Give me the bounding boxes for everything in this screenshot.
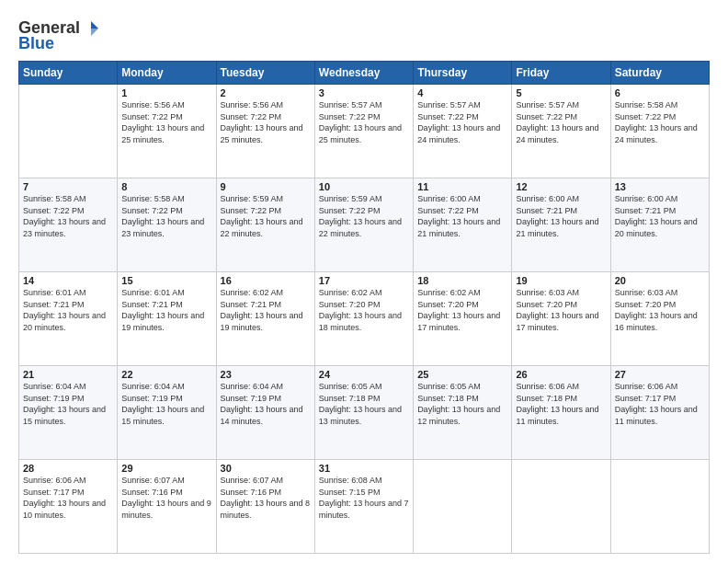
day-info: Sunrise: 5:57 AMSunset: 7:22 PMDaylight:… <box>516 99 606 145</box>
day-number: 28 <box>23 463 113 474</box>
day-info: Sunrise: 5:56 AMSunset: 7:22 PMDaylight:… <box>121 99 211 145</box>
day-cell-22: 22Sunrise: 6:04 AMSunset: 7:19 PMDayligh… <box>118 366 216 460</box>
week-row-5: 28Sunrise: 6:06 AMSunset: 7:17 PMDayligh… <box>19 460 710 554</box>
weekday-header-monday: Monday <box>118 62 216 85</box>
empty-cell <box>610 460 709 554</box>
day-info: Sunrise: 6:00 AMSunset: 7:21 PMDaylight:… <box>615 193 705 239</box>
day-info: Sunrise: 5:59 AMSunset: 7:22 PMDaylight:… <box>221 193 311 239</box>
day-number: 18 <box>417 275 507 286</box>
day-number: 27 <box>615 369 705 380</box>
day-info: Sunrise: 6:06 AMSunset: 7:17 PMDaylight:… <box>615 381 705 427</box>
day-cell-3: 3Sunrise: 5:57 AMSunset: 7:22 PMDaylight… <box>314 85 413 178</box>
day-number: 5 <box>516 87 606 98</box>
day-cell-28: 28Sunrise: 6:06 AMSunset: 7:17 PMDayligh… <box>19 460 118 554</box>
day-cell-15: 15Sunrise: 6:01 AMSunset: 7:21 PMDayligh… <box>118 272 216 366</box>
day-number: 19 <box>516 275 606 286</box>
day-cell-31: 31Sunrise: 6:08 AMSunset: 7:15 PMDayligh… <box>314 460 413 554</box>
day-info: Sunrise: 5:57 AMSunset: 7:22 PMDaylight:… <box>417 99 507 145</box>
week-row-2: 7Sunrise: 5:58 AMSunset: 7:22 PMDaylight… <box>19 178 710 272</box>
day-cell-6: 6Sunrise: 5:58 AMSunset: 7:22 PMDaylight… <box>610 85 709 178</box>
day-number: 13 <box>615 181 705 192</box>
day-cell-11: 11Sunrise: 6:00 AMSunset: 7:22 PMDayligh… <box>414 178 512 272</box>
day-info: Sunrise: 6:04 AMSunset: 7:19 PMDaylight:… <box>121 381 211 427</box>
day-number: 20 <box>615 275 705 286</box>
week-row-4: 21Sunrise: 6:04 AMSunset: 7:19 PMDayligh… <box>19 366 710 460</box>
day-info: Sunrise: 5:59 AMSunset: 7:22 PMDaylight:… <box>319 193 409 239</box>
day-cell-5: 5Sunrise: 5:57 AMSunset: 7:22 PMDaylight… <box>512 85 610 178</box>
day-number: 15 <box>121 275 211 286</box>
day-info: Sunrise: 5:57 AMSunset: 7:22 PMDaylight:… <box>319 99 409 145</box>
day-cell-23: 23Sunrise: 6:04 AMSunset: 7:19 PMDayligh… <box>216 366 314 460</box>
day-info: Sunrise: 6:01 AMSunset: 7:21 PMDaylight:… <box>23 287 113 333</box>
day-cell-7: 7Sunrise: 5:58 AMSunset: 7:22 PMDaylight… <box>19 178 118 272</box>
day-number: 4 <box>417 87 507 98</box>
day-cell-25: 25Sunrise: 6:05 AMSunset: 7:18 PMDayligh… <box>414 366 512 460</box>
week-row-3: 14Sunrise: 6:01 AMSunset: 7:21 PMDayligh… <box>19 272 710 366</box>
day-info: Sunrise: 6:02 AMSunset: 7:20 PMDaylight:… <box>319 287 409 333</box>
weekday-header-row: SundayMondayTuesdayWednesdayThursdayFrid… <box>19 62 710 85</box>
day-number: 12 <box>516 181 606 192</box>
day-cell-21: 21Sunrise: 6:04 AMSunset: 7:19 PMDayligh… <box>19 366 118 460</box>
weekday-header-sunday: Sunday <box>19 62 118 85</box>
day-number: 6 <box>615 87 705 98</box>
day-info: Sunrise: 6:02 AMSunset: 7:21 PMDaylight:… <box>221 287 311 333</box>
day-cell-16: 16Sunrise: 6:02 AMSunset: 7:21 PMDayligh… <box>216 272 314 366</box>
calendar-table: SundayMondayTuesdayWednesdayThursdayFrid… <box>18 61 710 554</box>
logo: General Blue <box>18 18 100 53</box>
day-info: Sunrise: 6:05 AMSunset: 7:18 PMDaylight:… <box>417 381 507 427</box>
day-info: Sunrise: 6:01 AMSunset: 7:21 PMDaylight:… <box>121 287 211 333</box>
day-cell-29: 29Sunrise: 6:07 AMSunset: 7:16 PMDayligh… <box>118 460 216 554</box>
day-number: 14 <box>23 275 113 286</box>
day-info: Sunrise: 6:03 AMSunset: 7:20 PMDaylight:… <box>615 287 705 333</box>
day-number: 25 <box>417 369 507 380</box>
day-info: Sunrise: 6:02 AMSunset: 7:20 PMDaylight:… <box>417 287 507 333</box>
day-cell-2: 2Sunrise: 5:56 AMSunset: 7:22 PMDaylight… <box>216 85 314 178</box>
day-cell-30: 30Sunrise: 6:07 AMSunset: 7:16 PMDayligh… <box>216 460 314 554</box>
day-info: Sunrise: 6:04 AMSunset: 7:19 PMDaylight:… <box>23 381 113 427</box>
day-info: Sunrise: 6:06 AMSunset: 7:18 PMDaylight:… <box>516 381 606 427</box>
day-cell-17: 17Sunrise: 6:02 AMSunset: 7:20 PMDayligh… <box>314 272 413 366</box>
day-number: 24 <box>319 369 409 380</box>
day-number: 1 <box>121 87 211 98</box>
day-number: 26 <box>516 369 606 380</box>
logo-blue-text: Blue <box>18 34 54 53</box>
empty-cell <box>512 460 610 554</box>
calendar-page: General Blue SundayMondayTuesdayWednesda… <box>0 0 728 563</box>
day-cell-18: 18Sunrise: 6:02 AMSunset: 7:20 PMDayligh… <box>414 272 512 366</box>
logo-flag-icon <box>82 19 100 38</box>
day-info: Sunrise: 6:05 AMSunset: 7:18 PMDaylight:… <box>319 381 409 427</box>
day-info: Sunrise: 5:56 AMSunset: 7:22 PMDaylight:… <box>221 99 311 145</box>
svg-marker-1 <box>91 29 98 36</box>
day-number: 2 <box>221 87 311 98</box>
day-cell-19: 19Sunrise: 6:03 AMSunset: 7:20 PMDayligh… <box>512 272 610 366</box>
weekday-header-saturday: Saturday <box>610 62 709 85</box>
day-info: Sunrise: 5:58 AMSunset: 7:22 PMDaylight:… <box>121 193 211 239</box>
day-cell-20: 20Sunrise: 6:03 AMSunset: 7:20 PMDayligh… <box>610 272 709 366</box>
day-info: Sunrise: 6:07 AMSunset: 7:16 PMDaylight:… <box>221 475 311 521</box>
day-cell-13: 13Sunrise: 6:00 AMSunset: 7:21 PMDayligh… <box>610 178 709 272</box>
day-info: Sunrise: 5:58 AMSunset: 7:22 PMDaylight:… <box>615 99 705 145</box>
day-number: 7 <box>23 181 113 192</box>
day-info: Sunrise: 6:08 AMSunset: 7:15 PMDaylight:… <box>319 475 409 521</box>
day-number: 3 <box>319 87 409 98</box>
weekday-header-wednesday: Wednesday <box>314 62 413 85</box>
day-cell-27: 27Sunrise: 6:06 AMSunset: 7:17 PMDayligh… <box>610 366 709 460</box>
day-cell-26: 26Sunrise: 6:06 AMSunset: 7:18 PMDayligh… <box>512 366 610 460</box>
weekday-header-friday: Friday <box>512 62 610 85</box>
weekday-header-thursday: Thursday <box>414 62 512 85</box>
day-number: 8 <box>121 181 211 192</box>
day-info: Sunrise: 6:07 AMSunset: 7:16 PMDaylight:… <box>121 475 211 521</box>
day-number: 22 <box>121 369 211 380</box>
empty-cell <box>19 85 118 178</box>
day-cell-24: 24Sunrise: 6:05 AMSunset: 7:18 PMDayligh… <box>314 366 413 460</box>
week-row-1: 1Sunrise: 5:56 AMSunset: 7:22 PMDaylight… <box>19 85 710 178</box>
day-info: Sunrise: 6:03 AMSunset: 7:20 PMDaylight:… <box>516 287 606 333</box>
svg-marker-0 <box>91 21 98 29</box>
day-number: 21 <box>23 369 113 380</box>
day-info: Sunrise: 5:58 AMSunset: 7:22 PMDaylight:… <box>23 193 113 239</box>
day-number: 16 <box>221 275 311 286</box>
day-cell-8: 8Sunrise: 5:58 AMSunset: 7:22 PMDaylight… <box>118 178 216 272</box>
empty-cell <box>414 460 512 554</box>
day-number: 10 <box>319 181 409 192</box>
day-number: 23 <box>221 369 311 380</box>
